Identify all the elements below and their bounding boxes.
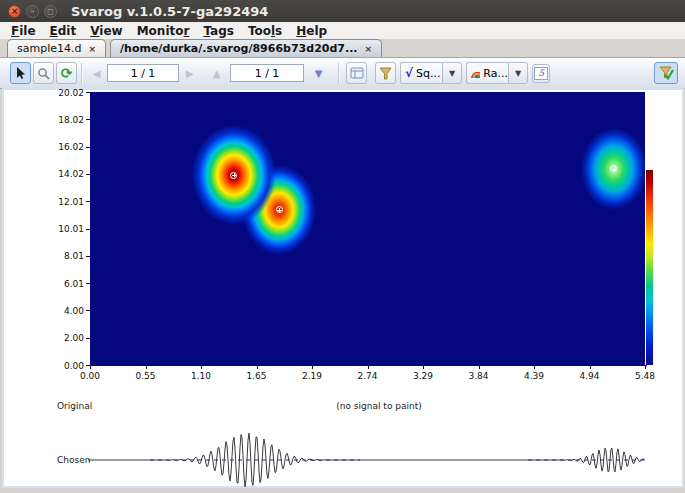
x-tick-label: 1.10 [181,371,221,381]
book-view-panel: Original (no signal to paint) Chosen 20.… [2,88,684,488]
x-tick-label: 4.39 [514,371,554,381]
zoom-tool-button[interactable] [33,62,54,84]
menu-file[interactable]: File [4,24,43,38]
magnifier-icon [37,67,50,80]
time-frequency-map[interactable] [90,92,645,365]
y-tick-mark [86,256,90,257]
tab-label: sample14.d [17,42,81,55]
toolbar: ⟳ ◀ ▶ ▲ ▼ √Sq... ▼ [0,58,685,89]
menu-monitor[interactable]: Monitor [130,24,197,38]
y-tick-label: 0.00 [32,361,84,371]
no-signal-note: (no signal to paint) [284,401,474,411]
atom-center-marker[interactable] [230,172,237,179]
x-tick-mark [90,365,91,369]
x-tick-mark [590,365,591,369]
colorbar [646,170,653,365]
x-tick-label: 3.29 [403,371,443,381]
table-icon [350,67,364,79]
close-icon: × [11,7,19,16]
next-page-button[interactable]: ▶ [181,64,198,82]
y-tick-label: 10.01 [32,224,84,234]
minimize-icon: – [31,7,35,16]
page-count-button[interactable]: 5 [532,64,550,83]
menu-help[interactable]: Help [289,24,334,38]
toolbar-separator [81,63,83,83]
y-tick-mark [86,147,90,148]
y-tick-label: 8.01 [32,251,84,261]
x-tick-label: 0.00 [70,371,110,381]
scale-combo-label: Sq... [416,67,440,80]
x-tick-mark [534,365,535,369]
atom-center-marker[interactable] [610,165,617,172]
window-minimize-button[interactable]: – [26,5,39,18]
chosen-signal-plot [85,428,650,490]
arrow-left-icon: ◀ [93,68,101,79]
paint-reconstruction-toggle[interactable] [654,62,678,84]
tab-close-icon[interactable]: × [365,44,373,54]
refresh-icon: ⟳ [61,66,73,80]
arrow-up-icon: ▲ [213,68,221,79]
palette-combo-label: Ra... [483,67,508,80]
refresh-button[interactable]: ⟳ [56,62,77,84]
menu-tags[interactable]: Tags [196,24,240,38]
next-segment-button[interactable]: ▼ [310,64,327,82]
y-tick-mark [86,310,90,311]
x-tick-label: 2.19 [292,371,332,381]
title-bar: × – ◻ Svarog v.1.0.5-7-ga292494 [0,0,685,22]
menu-bar: FileEditViewMonitorTagsToolsHelp [0,22,685,39]
y-tick-mark [86,338,90,339]
y-tick-mark [86,283,90,284]
window-close-button[interactable]: × [8,5,21,18]
x-tick-mark [201,365,202,369]
x-tick-mark [423,365,424,369]
pointer-arrow-icon [14,66,27,80]
x-tick-mark [146,365,147,369]
x-tick-mark [312,365,313,369]
layout-button[interactable] [346,62,367,84]
funnel-icon [379,67,392,80]
window-maximize-button[interactable]: ◻ [44,5,57,18]
x-tick-label: 0.55 [126,371,166,381]
x-tick-label: 1.65 [237,371,277,381]
chevron-down-icon[interactable]: ▼ [442,62,462,84]
select-tool-button[interactable] [10,62,31,84]
previous-segment-button[interactable]: ▲ [208,64,225,82]
filter-button[interactable] [375,62,396,84]
sqrt-icon: √ [405,66,413,80]
menu-edit[interactable]: Edit [43,24,84,38]
palette-combo[interactable]: Ra... ▼ [466,62,528,84]
tab-1[interactable]: /home/durka/.svarog/8966b73d20d7...× [110,39,382,57]
scale-combo[interactable]: √Sq... ▼ [400,62,462,84]
toolbar-separator [338,63,340,83]
y-tick-mark [86,201,90,202]
page-counter-input[interactable] [107,64,179,82]
x-tick-mark [257,365,258,369]
tab-close-icon[interactable]: × [88,44,96,54]
arrow-down-icon: ▼ [315,68,323,79]
y-tick-label: 2.00 [32,333,84,343]
x-tick-label: 4.94 [570,371,610,381]
segment-counter-input[interactable] [230,64,304,82]
x-tick-label: 5.48 [625,371,665,381]
tab-0[interactable]: sample14.d× [7,39,106,57]
x-tick-mark [645,365,646,369]
maximize-icon: ◻ [47,7,54,16]
y-tick-mark [86,92,90,93]
x-tick-label: 3.84 [459,371,499,381]
y-tick-label: 16.02 [32,142,84,152]
atom-center-marker[interactable] [276,206,283,213]
menu-tools[interactable]: Tools [241,24,289,38]
arrow-right-icon: ▶ [186,68,194,79]
x-tick-mark [368,365,369,369]
y-tick-label: 14.02 [32,169,84,179]
x-tick-label: 2.74 [348,371,388,381]
x-tick-mark [479,365,480,369]
y-tick-label: 4.00 [32,306,84,316]
y-tick-mark [86,229,90,230]
chevron-down-icon[interactable]: ▼ [508,62,528,84]
previous-page-button[interactable]: ◀ [88,64,105,82]
y-tick-label: 6.01 [32,279,84,289]
tab-bar: sample14.d×/home/durka/.svarog/8966b73d2… [0,39,685,58]
y-tick-label: 18.02 [32,115,84,125]
menu-view[interactable]: View [83,24,129,38]
